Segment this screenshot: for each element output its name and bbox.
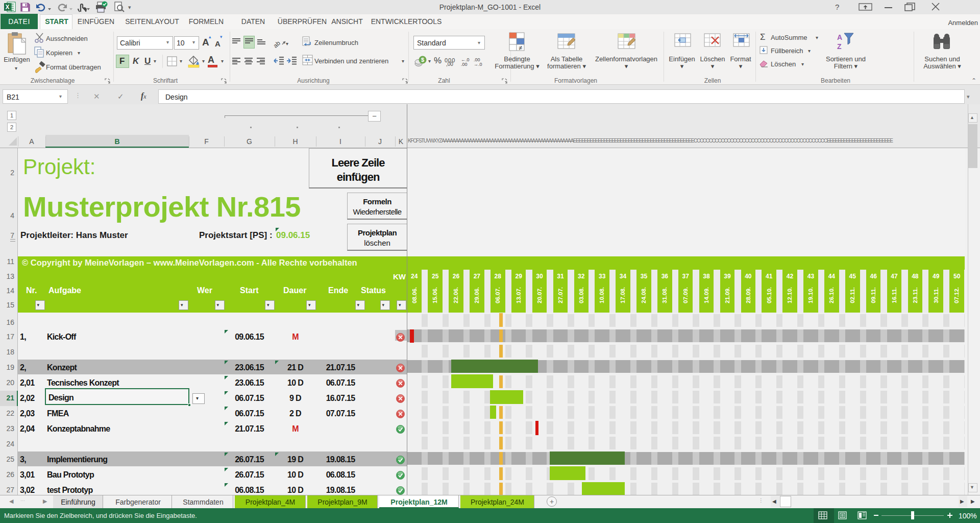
svg-text:.00: .00	[461, 62, 468, 67]
svg-text:$: $	[421, 57, 424, 63]
svg-text:→.0: →.0	[474, 62, 482, 67]
svg-text:Z: Z	[837, 42, 842, 51]
svg-text:≠: ≠	[519, 44, 522, 52]
svg-text:A: A	[837, 33, 842, 41]
